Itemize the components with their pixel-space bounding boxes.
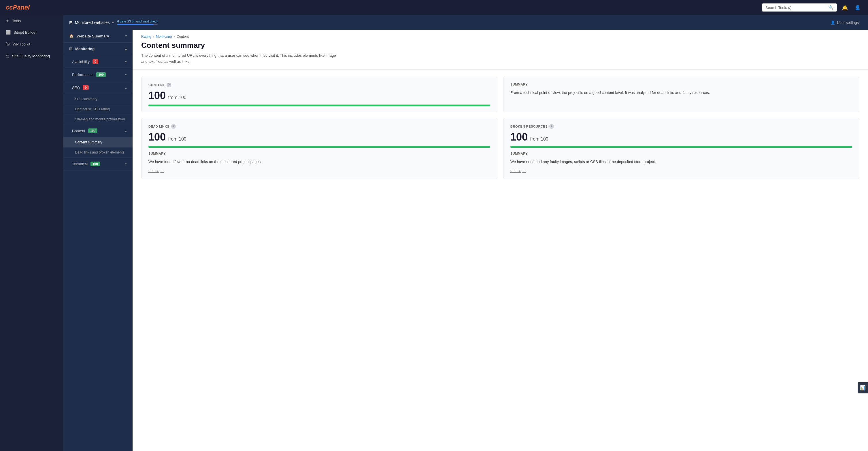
floating-chart-button[interactable]: 📊 (858, 382, 868, 393)
nav-performance[interactable]: Performance 100 ▾ (63, 68, 132, 81)
performance-badge: 100 (96, 72, 105, 77)
sidebar-item-tools[interactable]: ✦ Tools (0, 15, 63, 27)
broken-resources-score: 100 (510, 131, 528, 143)
content-badge: 100 (88, 128, 97, 133)
lighthouse-seo-label: Lighthouse SEO rating (75, 107, 110, 111)
nav-technical-label: Technical (72, 162, 88, 166)
dead-links-help-icon[interactable]: ? (171, 124, 176, 129)
dead-links-score-display: 100 from 100 (148, 131, 490, 143)
breadcrumb-content: Content (177, 35, 189, 39)
dead-links-details-button[interactable]: details → (148, 168, 164, 173)
sidebar-item-label-tools: Tools (12, 19, 21, 23)
dead-links-from: from 100 (168, 136, 186, 141)
breadcrumb: Rating › Monitoring › Content (132, 30, 868, 41)
seo-chevron: ▴ (125, 86, 127, 90)
nav-content-summary[interactable]: Content summary (63, 137, 132, 148)
dead-links-bar (148, 146, 490, 148)
nav-website-summary-left: 🏠 Website Summary (69, 34, 109, 38)
nav-seo-left: SEO 0 (72, 85, 89, 90)
dead-links-score: 100 (148, 131, 166, 143)
nav-website-summary[interactable]: 🏠 Website Summary ▾ (63, 30, 132, 43)
nav-content-left: Content 100 (72, 128, 97, 133)
content-chevron: ▴ (125, 129, 127, 133)
content-label: CONTENT ? (148, 83, 490, 87)
seo-badge: 0 (83, 85, 89, 90)
dead-links-summary-label: SUMMARY (148, 152, 490, 155)
nav-seo[interactable]: SEO 0 ▴ (63, 81, 132, 94)
progress-track (117, 24, 158, 25)
seo-summary-label: SEO summary (75, 97, 97, 101)
user-settings-button[interactable]: 👤 User settings (827, 19, 862, 27)
sidebar: ✦ Tools ⬜ Sitejet Builder Ⓦ WP Toolkit ◎… (0, 15, 63, 451)
progress-label: 6 days 23 hr. until next check (117, 20, 158, 23)
detail-description: The content of a monitored URL is everyt… (141, 53, 343, 65)
bell-icon: 🔔 (842, 5, 848, 10)
dead-links-summary-text: We have found few or no dead links on th… (148, 159, 490, 165)
nav-dead-links[interactable]: Dead links and broken elements (63, 148, 132, 158)
sidebar-item-wptoolkit[interactable]: Ⓦ WP Toolkit (0, 38, 63, 50)
user-settings-icon: 👤 (831, 21, 835, 25)
sidebar-item-label-wp: WP Toolkit (13, 42, 30, 46)
broken-resources-details-button[interactable]: details → (510, 168, 526, 173)
content-score-display: 100 from 100 (148, 90, 490, 102)
sidebar-item-sqm[interactable]: ◎ Site Quality Monitoring (0, 50, 63, 62)
nav-availability-left: Availability 0 (72, 59, 98, 64)
nav-technical[interactable]: Technical 100 ▾ (63, 158, 132, 170)
tools-icon: ✦ (6, 19, 9, 23)
wp-icon: Ⓦ (6, 41, 10, 47)
nav-sitemap-mobile[interactable]: Sitemap and mobile optimization (63, 114, 132, 124)
user-icon: 👤 (855, 5, 861, 10)
chart-icon: 📊 (860, 385, 866, 390)
grid-icon: ⊞ (69, 20, 73, 25)
user-menu-button[interactable]: 👤 (853, 3, 862, 12)
breadcrumb-rating[interactable]: Rating (141, 35, 151, 39)
content-summary-label: Content summary (75, 140, 102, 144)
nav-performance-label: Performance (72, 72, 93, 77)
content-from: from 100 (168, 95, 186, 100)
nav-content[interactable]: Content 100 ▴ (63, 124, 132, 137)
broken-resources-summary-text: We have not found any faulty images, scr… (510, 159, 852, 165)
content-help-icon[interactable]: ? (166, 83, 171, 87)
nav-content-label: Content (72, 129, 85, 133)
broken-resources-score-display: 100 from 100 (510, 131, 852, 143)
subheader-chevron[interactable]: ▾ (112, 21, 114, 25)
breadcrumb-monitoring[interactable]: Monitoring (156, 35, 172, 39)
nav-monitoring[interactable]: ⊞ Monitoring ▴ (63, 43, 132, 55)
content-score: 100 (148, 90, 166, 101)
dead-links-details-label: details (148, 168, 159, 173)
dead-links-metric-label: DEAD LINKS ? (148, 124, 490, 129)
dead-links-bar-fill (148, 146, 490, 148)
subheader-title: ⊞ Monitored websites ▾ (69, 20, 114, 25)
left-nav: 🏠 Website Summary ▾ ⊞ Monitoring ▴ (63, 30, 132, 451)
broken-resources-help-icon[interactable]: ? (549, 124, 554, 129)
sidebar-item-label-sitejet: Sitejet Builder (13, 30, 37, 35)
nav-lighthouse-seo[interactable]: Lighthouse SEO rating (63, 104, 132, 114)
search-input[interactable] (766, 5, 826, 10)
content-score-card: CONTENT ? 100 from 100 (141, 76, 497, 112)
notifications-button[interactable]: 🔔 (840, 3, 849, 12)
sidebar-item-sitejet[interactable]: ⬜ Sitejet Builder (0, 27, 63, 38)
topbar-right: 🔍 🔔 👤 (762, 3, 862, 12)
content-bar-fill (148, 104, 490, 106)
broken-resources-details-label: details (510, 168, 521, 173)
content-summary-label: SUMMARY (510, 83, 852, 86)
availability-chevron: ▾ (125, 60, 127, 64)
monitoring-icon: ⊞ (69, 47, 72, 51)
broken-resources-card: BROKEN RESOURCES ? 100 from 100 (503, 118, 859, 179)
broken-resources-summary-label: SUMMARY (510, 152, 852, 155)
nav-website-summary-chevron: ▾ (125, 34, 127, 38)
page-content: 🏠 Website Summary ▾ ⊞ Monitoring ▴ (63, 30, 868, 451)
nav-technical-left: Technical 100 (72, 162, 100, 166)
breadcrumb-sep-1: › (153, 35, 154, 39)
dead-links-label: Dead links and broken elements (75, 150, 124, 154)
sidebar-item-label-sqm: Site Quality Monitoring (12, 54, 50, 58)
nav-availability[interactable]: Availability 0 ▾ (63, 55, 132, 68)
nav-seo-summary[interactable]: SEO summary (63, 94, 132, 104)
nav-monitoring-left: ⊞ Monitoring (69, 47, 95, 51)
search-box[interactable]: 🔍 (762, 3, 837, 11)
broken-resources-arrow-icon: → (523, 168, 526, 173)
bottom-cards: DEAD LINKS ? 100 from 100 (141, 118, 859, 179)
subheader-left: ⊞ Monitored websites ▾ 6 days 23 hr. unt… (69, 20, 158, 25)
user-settings-label: User settings (837, 21, 859, 25)
main-layout: ✦ Tools ⬜ Sitejet Builder Ⓦ WP Toolkit ◎… (0, 15, 868, 451)
